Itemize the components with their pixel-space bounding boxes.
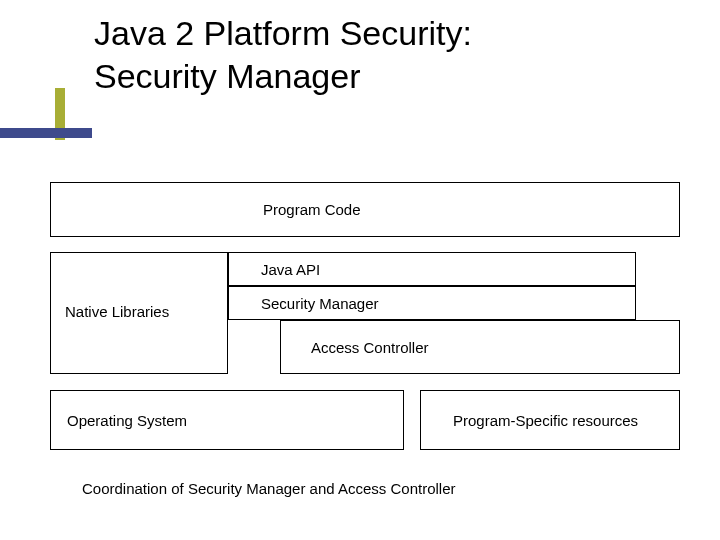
slide: Java 2 Platform Security: Security Manag… [0,0,720,540]
label-operating-system: Operating System [67,412,187,429]
caption: Coordination of Security Manager and Acc… [82,480,456,497]
box-operating-system: Operating System [50,390,404,450]
box-access-controller: Access Controller [280,320,680,374]
title-accent-horizontal [0,128,92,138]
slide-title: Java 2 Platform Security: Security Manag… [94,12,472,97]
box-program-code: Program Code [50,182,680,237]
box-native-libraries: Native Libraries [50,252,228,374]
label-program-code: Program Code [263,201,361,218]
label-program-specific-resources: Program-Specific resources [453,412,638,429]
box-java-api: Java API [228,252,636,286]
label-security-manager: Security Manager [261,295,379,312]
label-access-controller: Access Controller [311,339,429,356]
box-program-specific-resources: Program-Specific resources [420,390,680,450]
label-native-libraries: Native Libraries [65,303,169,320]
box-security-manager: Security Manager [228,286,636,320]
label-java-api: Java API [261,261,320,278]
